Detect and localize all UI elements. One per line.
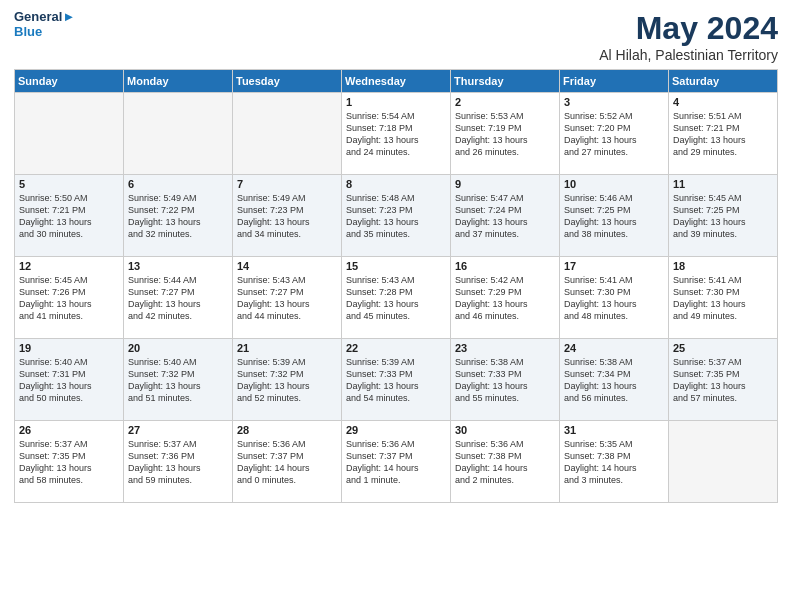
calendar-cell: 1Sunrise: 5:54 AMSunset: 7:18 PMDaylight… (342, 93, 451, 175)
calendar-cell: 20Sunrise: 5:40 AMSunset: 7:32 PMDayligh… (124, 339, 233, 421)
day-number: 16 (455, 260, 555, 272)
calendar-cell: 15Sunrise: 5:43 AMSunset: 7:28 PMDayligh… (342, 257, 451, 339)
calendar-cell: 27Sunrise: 5:37 AMSunset: 7:36 PMDayligh… (124, 421, 233, 503)
cell-details: Sunrise: 5:49 AMSunset: 7:22 PMDaylight:… (128, 192, 228, 241)
cell-details: Sunrise: 5:39 AMSunset: 7:32 PMDaylight:… (237, 356, 337, 405)
calendar-cell (233, 93, 342, 175)
col-header-wednesday: Wednesday (342, 70, 451, 93)
calendar-cell: 30Sunrise: 5:36 AMSunset: 7:38 PMDayligh… (451, 421, 560, 503)
day-number: 22 (346, 342, 446, 354)
calendar-cell: 2Sunrise: 5:53 AMSunset: 7:19 PMDaylight… (451, 93, 560, 175)
calendar-cell: 4Sunrise: 5:51 AMSunset: 7:21 PMDaylight… (669, 93, 778, 175)
cell-details: Sunrise: 5:41 AMSunset: 7:30 PMDaylight:… (564, 274, 664, 323)
calendar-cell: 19Sunrise: 5:40 AMSunset: 7:31 PMDayligh… (15, 339, 124, 421)
cell-details: Sunrise: 5:43 AMSunset: 7:27 PMDaylight:… (237, 274, 337, 323)
cell-details: Sunrise: 5:39 AMSunset: 7:33 PMDaylight:… (346, 356, 446, 405)
calendar-cell: 29Sunrise: 5:36 AMSunset: 7:37 PMDayligh… (342, 421, 451, 503)
calendar-cell: 28Sunrise: 5:36 AMSunset: 7:37 PMDayligh… (233, 421, 342, 503)
page-header: General► Blue May 2024 Al Hilah, Palesti… (14, 10, 778, 63)
cell-details: Sunrise: 5:37 AMSunset: 7:36 PMDaylight:… (128, 438, 228, 487)
calendar-cell: 3Sunrise: 5:52 AMSunset: 7:20 PMDaylight… (560, 93, 669, 175)
calendar-cell (15, 93, 124, 175)
calendar-cell: 14Sunrise: 5:43 AMSunset: 7:27 PMDayligh… (233, 257, 342, 339)
day-number: 14 (237, 260, 337, 272)
day-number: 29 (346, 424, 446, 436)
calendar-week-row: 1Sunrise: 5:54 AMSunset: 7:18 PMDaylight… (15, 93, 778, 175)
col-header-friday: Friday (560, 70, 669, 93)
cell-details: Sunrise: 5:37 AMSunset: 7:35 PMDaylight:… (19, 438, 119, 487)
col-header-tuesday: Tuesday (233, 70, 342, 93)
calendar-cell: 31Sunrise: 5:35 AMSunset: 7:38 PMDayligh… (560, 421, 669, 503)
day-number: 21 (237, 342, 337, 354)
calendar-header-row: SundayMondayTuesdayWednesdayThursdayFrid… (15, 70, 778, 93)
calendar-cell: 9Sunrise: 5:47 AMSunset: 7:24 PMDaylight… (451, 175, 560, 257)
day-number: 5 (19, 178, 119, 190)
calendar-cell: 22Sunrise: 5:39 AMSunset: 7:33 PMDayligh… (342, 339, 451, 421)
calendar-cell (124, 93, 233, 175)
cell-details: Sunrise: 5:43 AMSunset: 7:28 PMDaylight:… (346, 274, 446, 323)
day-number: 4 (673, 96, 773, 108)
main-title: May 2024 (599, 10, 778, 47)
day-number: 31 (564, 424, 664, 436)
calendar-cell: 13Sunrise: 5:44 AMSunset: 7:27 PMDayligh… (124, 257, 233, 339)
col-header-saturday: Saturday (669, 70, 778, 93)
day-number: 24 (564, 342, 664, 354)
cell-details: Sunrise: 5:36 AMSunset: 7:37 PMDaylight:… (346, 438, 446, 487)
day-number: 7 (237, 178, 337, 190)
day-number: 9 (455, 178, 555, 190)
calendar-page: General► Blue May 2024 Al Hilah, Palesti… (0, 0, 792, 612)
day-number: 17 (564, 260, 664, 272)
day-number: 15 (346, 260, 446, 272)
title-block: May 2024 Al Hilah, Palestinian Territory (599, 10, 778, 63)
day-number: 26 (19, 424, 119, 436)
cell-details: Sunrise: 5:38 AMSunset: 7:33 PMDaylight:… (455, 356, 555, 405)
day-number: 27 (128, 424, 228, 436)
day-number: 28 (237, 424, 337, 436)
calendar-cell: 16Sunrise: 5:42 AMSunset: 7:29 PMDayligh… (451, 257, 560, 339)
day-number: 10 (564, 178, 664, 190)
calendar-cell: 21Sunrise: 5:39 AMSunset: 7:32 PMDayligh… (233, 339, 342, 421)
calendar-cell: 7Sunrise: 5:49 AMSunset: 7:23 PMDaylight… (233, 175, 342, 257)
col-header-sunday: Sunday (15, 70, 124, 93)
calendar-week-row: 12Sunrise: 5:45 AMSunset: 7:26 PMDayligh… (15, 257, 778, 339)
day-number: 18 (673, 260, 773, 272)
cell-details: Sunrise: 5:53 AMSunset: 7:19 PMDaylight:… (455, 110, 555, 159)
calendar-week-row: 19Sunrise: 5:40 AMSunset: 7:31 PMDayligh… (15, 339, 778, 421)
day-number: 30 (455, 424, 555, 436)
day-number: 23 (455, 342, 555, 354)
cell-details: Sunrise: 5:36 AMSunset: 7:38 PMDaylight:… (455, 438, 555, 487)
calendar-table: SundayMondayTuesdayWednesdayThursdayFrid… (14, 69, 778, 503)
day-number: 8 (346, 178, 446, 190)
col-header-monday: Monday (124, 70, 233, 93)
calendar-cell: 5Sunrise: 5:50 AMSunset: 7:21 PMDaylight… (15, 175, 124, 257)
day-number: 13 (128, 260, 228, 272)
day-number: 1 (346, 96, 446, 108)
logo-text: General► Blue (14, 10, 75, 40)
day-number: 3 (564, 96, 664, 108)
calendar-cell: 8Sunrise: 5:48 AMSunset: 7:23 PMDaylight… (342, 175, 451, 257)
day-number: 25 (673, 342, 773, 354)
calendar-week-row: 5Sunrise: 5:50 AMSunset: 7:21 PMDaylight… (15, 175, 778, 257)
calendar-cell: 17Sunrise: 5:41 AMSunset: 7:30 PMDayligh… (560, 257, 669, 339)
cell-details: Sunrise: 5:48 AMSunset: 7:23 PMDaylight:… (346, 192, 446, 241)
cell-details: Sunrise: 5:44 AMSunset: 7:27 PMDaylight:… (128, 274, 228, 323)
day-number: 12 (19, 260, 119, 272)
cell-details: Sunrise: 5:45 AMSunset: 7:26 PMDaylight:… (19, 274, 119, 323)
day-number: 11 (673, 178, 773, 190)
calendar-cell: 26Sunrise: 5:37 AMSunset: 7:35 PMDayligh… (15, 421, 124, 503)
subtitle: Al Hilah, Palestinian Territory (599, 47, 778, 63)
cell-details: Sunrise: 5:54 AMSunset: 7:18 PMDaylight:… (346, 110, 446, 159)
cell-details: Sunrise: 5:51 AMSunset: 7:21 PMDaylight:… (673, 110, 773, 159)
cell-details: Sunrise: 5:35 AMSunset: 7:38 PMDaylight:… (564, 438, 664, 487)
cell-details: Sunrise: 5:46 AMSunset: 7:25 PMDaylight:… (564, 192, 664, 241)
calendar-cell: 18Sunrise: 5:41 AMSunset: 7:30 PMDayligh… (669, 257, 778, 339)
cell-details: Sunrise: 5:40 AMSunset: 7:31 PMDaylight:… (19, 356, 119, 405)
calendar-cell: 12Sunrise: 5:45 AMSunset: 7:26 PMDayligh… (15, 257, 124, 339)
cell-details: Sunrise: 5:49 AMSunset: 7:23 PMDaylight:… (237, 192, 337, 241)
cell-details: Sunrise: 5:38 AMSunset: 7:34 PMDaylight:… (564, 356, 664, 405)
calendar-cell: 23Sunrise: 5:38 AMSunset: 7:33 PMDayligh… (451, 339, 560, 421)
cell-details: Sunrise: 5:52 AMSunset: 7:20 PMDaylight:… (564, 110, 664, 159)
calendar-cell: 24Sunrise: 5:38 AMSunset: 7:34 PMDayligh… (560, 339, 669, 421)
cell-details: Sunrise: 5:41 AMSunset: 7:30 PMDaylight:… (673, 274, 773, 323)
calendar-cell: 6Sunrise: 5:49 AMSunset: 7:22 PMDaylight… (124, 175, 233, 257)
